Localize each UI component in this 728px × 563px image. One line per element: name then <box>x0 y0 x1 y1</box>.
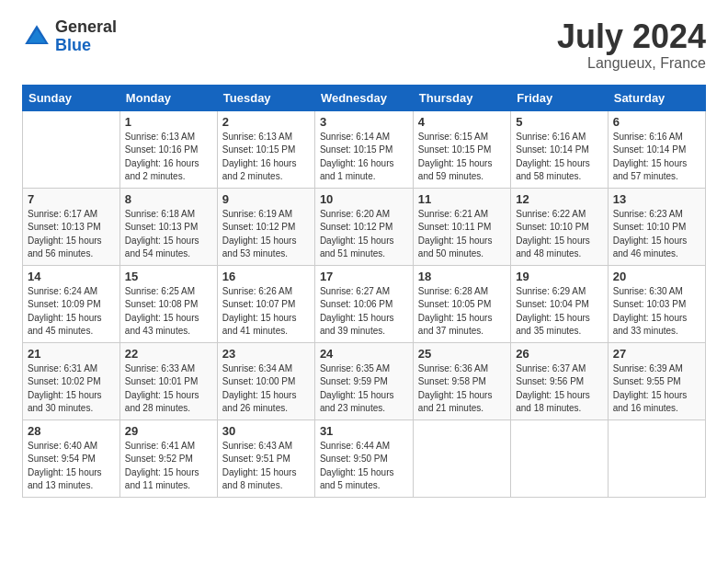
page: General Blue July 2024 Langueux, France … <box>0 0 728 512</box>
day-info: Sunrise: 6:33 AM Sunset: 10:01 PM Daylig… <box>125 362 212 416</box>
day-number: 18 <box>418 270 506 283</box>
day-info: Sunrise: 6:25 AM Sunset: 10:08 PM Daylig… <box>125 285 212 339</box>
day-number: 31 <box>320 424 408 438</box>
day-info: Sunrise: 6:26 AM Sunset: 10:07 PM Daylig… <box>222 285 310 339</box>
calendar-cell <box>413 419 510 497</box>
day-info: Sunrise: 6:43 AM Sunset: 9:51 PM Dayligh… <box>222 440 310 493</box>
calendar-cell: 2Sunrise: 6:13 AM Sunset: 10:15 PM Dayli… <box>217 110 314 188</box>
day-number: 14 <box>28 270 115 283</box>
calendar-cell: 18Sunrise: 6:28 AM Sunset: 10:05 PM Dayl… <box>413 265 510 342</box>
day-number: 11 <box>418 192 506 206</box>
day-info: Sunrise: 6:40 AM Sunset: 9:54 PM Dayligh… <box>28 440 115 493</box>
day-number: 13 <box>613 192 700 206</box>
day-number: 29 <box>125 424 212 438</box>
day-info: Sunrise: 6:22 AM Sunset: 10:10 PM Daylig… <box>516 208 603 261</box>
calendar-cell: 24Sunrise: 6:35 AM Sunset: 9:59 PM Dayli… <box>314 342 413 419</box>
calendar-week-row: 14Sunrise: 6:24 AM Sunset: 10:09 PM Dayl… <box>23 265 706 342</box>
logo-text: General Blue <box>55 18 117 55</box>
day-info: Sunrise: 6:44 AM Sunset: 9:50 PM Dayligh… <box>320 440 408 493</box>
day-number: 8 <box>125 192 212 206</box>
day-info: Sunrise: 6:41 AM Sunset: 9:52 PM Dayligh… <box>125 440 212 493</box>
day-number: 15 <box>125 270 212 283</box>
day-info: Sunrise: 6:30 AM Sunset: 10:03 PM Daylig… <box>613 285 700 339</box>
calendar-cell: 29Sunrise: 6:41 AM Sunset: 9:52 PM Dayli… <box>119 419 217 497</box>
calendar-week-row: 21Sunrise: 6:31 AM Sunset: 10:02 PM Dayl… <box>23 342 706 419</box>
logo-general: General <box>55 18 117 37</box>
day-info: Sunrise: 6:15 AM Sunset: 10:15 PM Daylig… <box>418 131 506 184</box>
day-number: 21 <box>28 347 115 361</box>
calendar-cell: 9Sunrise: 6:19 AM Sunset: 10:12 PM Dayli… <box>217 188 314 265</box>
calendar-cell: 31Sunrise: 6:44 AM Sunset: 9:50 PM Dayli… <box>314 419 413 497</box>
header: General Blue July 2024 Langueux, France <box>22 18 706 72</box>
calendar-cell: 22Sunrise: 6:33 AM Sunset: 10:01 PM Dayl… <box>119 342 217 419</box>
day-number: 17 <box>320 270 408 283</box>
day-info: Sunrise: 6:37 AM Sunset: 9:56 PM Dayligh… <box>516 362 603 416</box>
calendar-cell: 13Sunrise: 6:23 AM Sunset: 10:10 PM Dayl… <box>608 188 705 265</box>
day-number: 28 <box>28 424 115 438</box>
day-number: 26 <box>516 347 603 361</box>
day-number: 1 <box>125 115 212 129</box>
day-info: Sunrise: 6:36 AM Sunset: 9:58 PM Dayligh… <box>418 362 506 416</box>
logo-icon <box>22 22 51 52</box>
day-info: Sunrise: 6:20 AM Sunset: 10:12 PM Daylig… <box>320 208 408 261</box>
day-info: Sunrise: 6:14 AM Sunset: 10:15 PM Daylig… <box>320 131 408 184</box>
calendar-cell: 17Sunrise: 6:27 AM Sunset: 10:06 PM Dayl… <box>314 265 413 342</box>
calendar-cell: 6Sunrise: 6:16 AM Sunset: 10:14 PM Dayli… <box>608 110 705 188</box>
day-number: 6 <box>613 115 700 129</box>
day-info: Sunrise: 6:39 AM Sunset: 9:55 PM Dayligh… <box>613 362 700 416</box>
calendar-cell: 4Sunrise: 6:15 AM Sunset: 10:15 PM Dayli… <box>413 110 510 188</box>
day-number: 4 <box>418 115 506 129</box>
day-info: Sunrise: 6:27 AM Sunset: 10:06 PM Daylig… <box>320 285 408 339</box>
calendar-cell: 11Sunrise: 6:21 AM Sunset: 10:11 PM Dayl… <box>413 188 510 265</box>
calendar-cell: 14Sunrise: 6:24 AM Sunset: 10:09 PM Dayl… <box>23 265 120 342</box>
calendar-cell: 25Sunrise: 6:36 AM Sunset: 9:58 PM Dayli… <box>413 342 510 419</box>
calendar-cell: 5Sunrise: 6:16 AM Sunset: 10:14 PM Dayli… <box>511 110 609 188</box>
calendar-cell: 10Sunrise: 6:20 AM Sunset: 10:12 PM Dayl… <box>314 188 413 265</box>
day-info: Sunrise: 6:13 AM Sunset: 10:16 PM Daylig… <box>125 131 212 184</box>
col-friday: Friday <box>511 85 609 110</box>
logo: General Blue <box>22 18 117 55</box>
calendar-cell <box>23 110 120 188</box>
day-info: Sunrise: 6:13 AM Sunset: 10:15 PM Daylig… <box>222 131 310 184</box>
day-info: Sunrise: 6:24 AM Sunset: 10:09 PM Daylig… <box>28 285 115 339</box>
calendar-cell: 30Sunrise: 6:43 AM Sunset: 9:51 PM Dayli… <box>217 419 314 497</box>
day-number: 20 <box>613 270 700 283</box>
day-number: 22 <box>125 347 212 361</box>
day-number: 5 <box>516 115 603 129</box>
day-info: Sunrise: 6:16 AM Sunset: 10:14 PM Daylig… <box>613 131 700 184</box>
calendar-cell: 8Sunrise: 6:18 AM Sunset: 10:13 PM Dayli… <box>119 188 217 265</box>
logo-blue: Blue <box>55 37 117 55</box>
calendar-cell: 23Sunrise: 6:34 AM Sunset: 10:00 PM Dayl… <box>217 342 314 419</box>
col-monday: Monday <box>119 85 217 110</box>
title-location: Langueux, France <box>557 55 706 72</box>
day-info: Sunrise: 6:18 AM Sunset: 10:13 PM Daylig… <box>125 208 212 261</box>
day-info: Sunrise: 6:35 AM Sunset: 9:59 PM Dayligh… <box>320 362 408 416</box>
calendar-cell: 3Sunrise: 6:14 AM Sunset: 10:15 PM Dayli… <box>314 110 413 188</box>
calendar-cell: 26Sunrise: 6:37 AM Sunset: 9:56 PM Dayli… <box>511 342 609 419</box>
col-thursday: Thursday <box>413 85 510 110</box>
calendar-cell: 19Sunrise: 6:29 AM Sunset: 10:04 PM Dayl… <box>511 265 609 342</box>
calendar-cell <box>511 419 609 497</box>
col-tuesday: Tuesday <box>217 85 314 110</box>
day-number: 19 <box>516 270 603 283</box>
calendar-cell: 27Sunrise: 6:39 AM Sunset: 9:55 PM Dayli… <box>608 342 705 419</box>
day-info: Sunrise: 6:16 AM Sunset: 10:14 PM Daylig… <box>516 131 603 184</box>
day-number: 16 <box>222 270 310 283</box>
title-block: July 2024 Langueux, France <box>557 18 706 72</box>
calendar-cell: 21Sunrise: 6:31 AM Sunset: 10:02 PM Dayl… <box>23 342 120 419</box>
day-info: Sunrise: 6:31 AM Sunset: 10:02 PM Daylig… <box>28 362 115 416</box>
day-info: Sunrise: 6:29 AM Sunset: 10:04 PM Daylig… <box>516 285 603 339</box>
calendar-table: Sunday Monday Tuesday Wednesday Thursday… <box>22 85 706 498</box>
calendar-cell <box>608 419 705 497</box>
day-number: 30 <box>222 424 310 438</box>
calendar-cell: 20Sunrise: 6:30 AM Sunset: 10:03 PM Dayl… <box>608 265 705 342</box>
calendar-week-row: 28Sunrise: 6:40 AM Sunset: 9:54 PM Dayli… <box>23 419 706 497</box>
calendar-header-row: Sunday Monday Tuesday Wednesday Thursday… <box>23 85 706 110</box>
day-number: 2 <box>222 115 310 129</box>
col-wednesday: Wednesday <box>314 85 413 110</box>
calendar-cell: 1Sunrise: 6:13 AM Sunset: 10:16 PM Dayli… <box>119 110 217 188</box>
day-info: Sunrise: 6:34 AM Sunset: 10:00 PM Daylig… <box>222 362 310 416</box>
day-number: 12 <box>516 192 603 206</box>
calendar-cell: 16Sunrise: 6:26 AM Sunset: 10:07 PM Dayl… <box>217 265 314 342</box>
day-number: 23 <box>222 347 310 361</box>
